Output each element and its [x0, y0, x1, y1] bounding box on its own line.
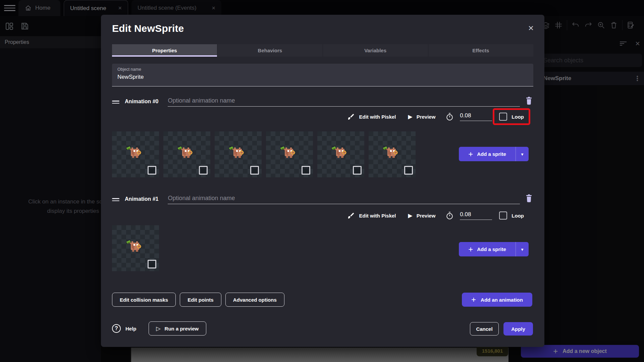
animation-0-controls: Edit with Piskel ▶ Preview Loop — [347, 108, 530, 125]
sprite-frame-thumbnail[interactable] — [112, 131, 159, 177]
chevron-down-icon[interactable]: ▾ — [516, 247, 529, 252]
sprite-frame-thumbnail[interactable] — [163, 131, 210, 177]
gdevelop-window: Home Untitled scene × Untitled scene (Ev… — [0, 0, 644, 362]
pig-sprite-image — [226, 143, 248, 165]
paintbrush-icon — [347, 113, 355, 121]
drag-handle-icon[interactable] — [112, 99, 119, 104]
plus-icon: + — [468, 150, 473, 158]
animation-1-header: Animation #1 — [112, 192, 533, 204]
dialog-tab-bar: Properties Behaviors Variables Effects — [112, 44, 533, 57]
run-preview-button[interactable]: ▷ Run a preview — [149, 321, 207, 336]
sprite-frame-thumbnail[interactable] — [317, 131, 364, 177]
tab-behaviors[interactable]: Behaviors — [217, 44, 322, 57]
advanced-options-button[interactable]: Advanced options — [225, 293, 284, 307]
time-between-frames-input[interactable] — [460, 211, 492, 220]
edit-collision-masks-button[interactable]: Edit collision masks — [112, 293, 176, 307]
tab-variables[interactable]: Variables — [323, 44, 428, 57]
pig-sprite-image — [123, 237, 146, 259]
frame-select-checkbox[interactable] — [250, 166, 259, 175]
sprite-frame-thumbnail[interactable] — [112, 225, 159, 271]
delete-animation-icon[interactable] — [525, 96, 533, 105]
plus-icon: + — [468, 245, 473, 253]
animation-name-input[interactable] — [168, 195, 520, 204]
paintbrush-icon — [347, 212, 355, 220]
drag-handle-icon[interactable] — [112, 197, 119, 201]
pig-sprite-image — [175, 143, 197, 165]
sprite-frame-thumbnail[interactable] — [369, 131, 416, 177]
preview-button[interactable]: Preview — [417, 114, 436, 120]
animation-label: Animation #1 — [125, 196, 158, 202]
loop-checkbox[interactable] — [499, 212, 507, 220]
tab-properties[interactable]: Properties — [112, 44, 217, 57]
add-sprite-button[interactable]: + Add a sprite ▾ — [459, 242, 529, 256]
apply-button[interactable]: Apply — [503, 322, 533, 336]
pig-sprite-image — [329, 143, 351, 165]
animation-label: Animation #0 — [125, 99, 158, 105]
frame-select-checkbox[interactable] — [353, 166, 362, 175]
animation-1-controls: Edit with Piskel ▶ Preview Loop — [347, 207, 530, 224]
animation-1-frames — [112, 225, 159, 271]
delete-animation-icon[interactable] — [525, 193, 533, 203]
close-dialog-icon[interactable]: × — [528, 23, 534, 33]
play-outline-icon: ▷ — [156, 325, 161, 332]
frame-select-checkbox[interactable] — [148, 260, 156, 268]
time-between-frames-input[interactable] — [460, 112, 492, 121]
cancel-button[interactable]: Cancel — [470, 322, 499, 336]
sprite-frame-thumbnail[interactable] — [266, 131, 313, 177]
edit-sprite-dialog: Edit NewSprite × Properties Behaviors Va… — [101, 15, 544, 347]
frame-select-checkbox[interactable] — [148, 166, 156, 175]
loop-group: Loop — [493, 207, 530, 224]
stopwatch-icon — [445, 212, 454, 220]
edit-with-piskel-button[interactable]: Edit with Piskel — [359, 213, 396, 219]
object-name-label: Object name — [117, 67, 528, 72]
pig-sprite-image — [123, 143, 146, 165]
add-animation-button[interactable]: + Add an animation — [462, 293, 532, 307]
loop-label: Loop — [512, 213, 524, 219]
pig-sprite-image — [277, 143, 300, 165]
sprite-frame-thumbnail[interactable] — [215, 131, 262, 177]
help-icon[interactable]: ? — [112, 324, 121, 333]
play-icon: ▶ — [408, 113, 413, 120]
object-name-input[interactable] — [117, 74, 528, 80]
animation-0-header: Animation #0 — [112, 95, 533, 107]
frame-select-checkbox[interactable] — [404, 166, 413, 175]
play-icon: ▶ — [408, 212, 413, 219]
frame-select-checkbox[interactable] — [302, 166, 310, 175]
edit-with-piskel-button[interactable]: Edit with Piskel — [359, 114, 396, 120]
animation-name-input[interactable] — [168, 97, 520, 106]
tab-effects[interactable]: Effects — [428, 44, 533, 57]
dialog-footer: ? Help ▷ Run a preview — [112, 321, 206, 336]
add-sprite-button[interactable]: + Add a sprite ▾ — [459, 147, 529, 161]
object-name-field: Object name — [112, 64, 533, 86]
plus-icon: + — [471, 296, 476, 304]
loop-checkbox[interactable] — [499, 113, 507, 121]
chevron-down-icon[interactable]: ▾ — [516, 152, 529, 157]
sprite-tools: Edit collision masks Edit points Advance… — [112, 293, 284, 307]
help-button[interactable]: Help — [125, 326, 137, 331]
animation-0-frames — [112, 131, 416, 177]
pig-sprite-image — [380, 143, 402, 165]
stopwatch-icon — [445, 113, 454, 121]
edit-points-button[interactable]: Edit points — [180, 293, 221, 307]
preview-button[interactable]: Preview — [417, 213, 436, 219]
dialog-title: Edit NewSprite — [112, 23, 184, 34]
loop-label: Loop — [512, 114, 524, 120]
loop-highlight-box: Loop — [493, 108, 530, 125]
frame-select-checkbox[interactable] — [199, 166, 208, 175]
